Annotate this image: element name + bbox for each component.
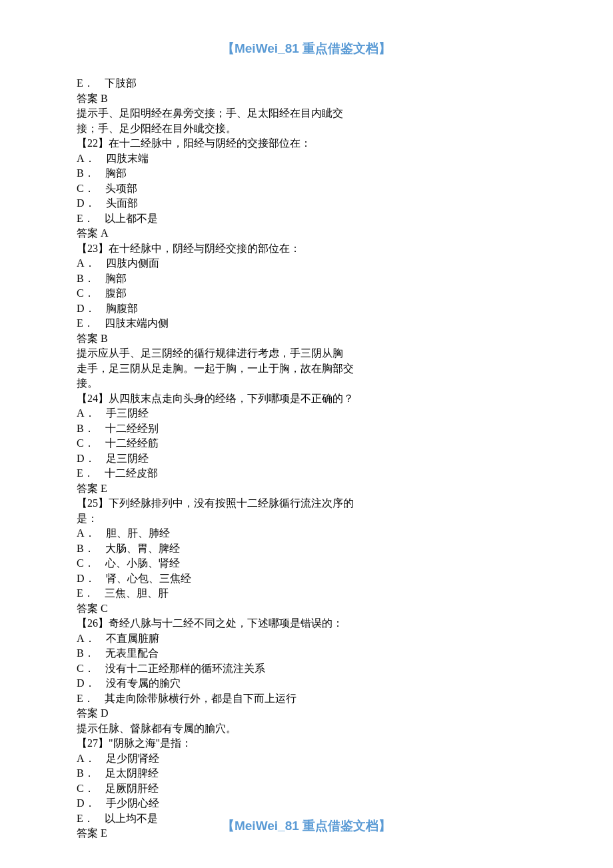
- text-line: E． 以上都不是: [77, 211, 536, 227]
- text-line: E． 其走向除带脉横行外，都是自下而上运行: [77, 691, 536, 707]
- text-line: B． 足太阴脾经: [77, 766, 536, 781]
- text-line: D． 肾、心包、三焦经: [77, 571, 536, 587]
- text-line: E． 下肢部: [77, 76, 536, 91]
- text-line: 提示手、足阳明经在鼻旁交接；手、足太阳经在目内眦交: [77, 106, 536, 121]
- text-line: 提示任脉、督脉都有专属的腧穴。: [77, 721, 536, 737]
- text-line: B． 大肠、胃、脾经: [77, 541, 536, 557]
- text-line: C． 腹部: [77, 286, 536, 301]
- text-line: C． 十二经经筋: [77, 436, 536, 451]
- text-line: 【25】下列经脉排列中，没有按照十二经脉循行流注次序的: [77, 496, 536, 511]
- text-line: E． 三焦、胆、肝: [77, 586, 536, 601]
- text-line: 【26】奇经八脉与十二经不同之处，下述哪项是错误的：: [77, 616, 536, 631]
- text-line: D． 手少阴心经: [77, 796, 536, 811]
- text-line: 【24】从四肢末点走向头身的经络，下列哪项是不正确的？: [77, 391, 536, 407]
- text-line: D． 没有专属的腧穴: [77, 676, 536, 691]
- text-line: B． 十二经经别: [77, 421, 536, 437]
- text-line: 【27】"阴脉之海"是指：: [77, 736, 536, 751]
- text-line: 提示应从手、足三阴经的循行规律进行考虑，手三阴从胸: [77, 346, 536, 361]
- text-line: 答案 E: [77, 481, 536, 497]
- text-line: C． 头项部: [77, 181, 536, 197]
- document-content: E． 下肢部 答案 B 提示手、足阳明经在鼻旁交接；手、足太阳经在目内眦交 接；…: [77, 76, 536, 841]
- text-line: A． 四肢末端: [77, 151, 536, 167]
- text-line: 答案 B: [77, 91, 536, 107]
- page-footer: 【MeiWei_81 重点借鉴文档】: [0, 817, 613, 835]
- text-line: C． 没有十二正经那样的循环流注关系: [77, 661, 536, 677]
- text-line: E． 十二经皮部: [77, 466, 536, 481]
- text-line: A． 不直属脏腑: [77, 631, 536, 647]
- text-line: 【23】在十经脉中，阴经与阴经交接的部位在：: [77, 241, 536, 257]
- text-line: 答案 D: [77, 706, 536, 721]
- text-line: 走手，足三阴从足走胸。一起于胸，一止于胸，故在胸部交: [77, 361, 536, 377]
- text-line: 答案 B: [77, 331, 536, 347]
- text-line: 接。: [77, 376, 536, 391]
- text-line: A． 手三阴经: [77, 406, 536, 421]
- text-line: C． 心、小肠、肾经: [77, 556, 536, 571]
- page-header: 【MeiWei_81 重点借鉴文档】: [77, 40, 536, 57]
- text-line: A． 四肢内侧面: [77, 256, 536, 271]
- text-line: 答案 A: [77, 226, 536, 241]
- text-line: B． 无表里配合: [77, 646, 536, 661]
- text-line: 是：: [77, 511, 536, 527]
- text-line: E． 四肢末端内侧: [77, 316, 536, 331]
- text-line: 接；手、足少阳经在目外眦交接。: [77, 121, 536, 137]
- text-line: B． 胸部: [77, 271, 536, 287]
- text-line: D． 胸腹部: [77, 301, 536, 317]
- text-line: D． 足三阴经: [77, 451, 536, 467]
- text-line: 答案 C: [77, 601, 536, 617]
- text-line: D． 头面部: [77, 196, 536, 211]
- text-line: B． 胸部: [77, 166, 536, 181]
- text-line: A． 足少阴肾经: [77, 751, 536, 767]
- text-line: C． 足厥阴肝经: [77, 781, 536, 797]
- text-line: 【22】在十二经脉中，阳经与阴经的交接部位在：: [77, 136, 536, 151]
- text-line: A． 胆、肝、肺经: [77, 526, 536, 541]
